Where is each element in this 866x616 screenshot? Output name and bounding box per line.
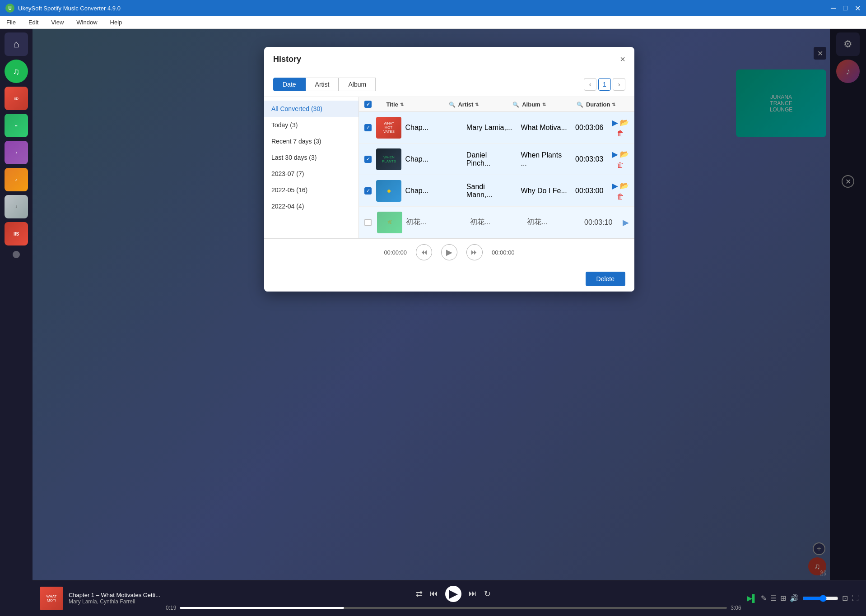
row2-duration-text: 00:03:03 <box>575 155 603 163</box>
title-sort-icon[interactable]: ⇅ <box>400 102 404 107</box>
row1-action-row1: ▶ 📂 <box>612 118 629 128</box>
sidebar-album6[interactable]: IIS <box>5 222 28 245</box>
minimize-button[interactable]: ─ <box>831 4 836 13</box>
row3-duration: 00:03:00 <box>575 187 612 195</box>
page-next-button[interactable]: › <box>613 78 625 91</box>
row1-delete-button[interactable]: 🗑 <box>617 130 624 138</box>
fullscreen-button[interactable]: ⛶ <box>852 594 859 602</box>
row2-artist: Daniel Pinch... <box>466 151 513 167</box>
tab-album[interactable]: Album <box>339 78 376 91</box>
dialog-close-button[interactable]: × <box>620 54 625 65</box>
row1-artist: Mary Lamia,... <box>466 124 513 132</box>
history-item-30days[interactable]: Last 30 days (3) <box>264 149 359 166</box>
playback-prev-button[interactable]: ⏮ <box>416 244 432 260</box>
row2-title-text: Chap... <box>405 155 428 163</box>
row2-delete-button[interactable]: 🗑 <box>617 161 624 169</box>
main-layout: ⌂ ♫ IID ▪▪ ♪ ♬ ♩ IIS ⚙ ♪ <box>0 29 866 616</box>
row1-album-text: What Motiva... <box>521 124 567 132</box>
row3-artist-text: Sandi Mann,... <box>466 183 513 199</box>
artist-col-label: Artist <box>458 101 473 108</box>
tab-date[interactable]: Date <box>273 78 306 91</box>
album-search-icon[interactable]: 🔍 <box>577 102 583 108</box>
row2-thumbnail: WHENPLANTS <box>376 148 401 170</box>
now-playing-icon[interactable]: ▶▌ <box>747 594 757 602</box>
menu-view[interactable]: View <box>48 18 66 27</box>
history-item-2022-05[interactable]: 2022-05 (16) <box>264 182 359 198</box>
title-search-icon[interactable]: 🔍 <box>449 102 456 108</box>
select-all-checkbox[interactable] <box>364 101 372 108</box>
row1-title: Chap... <box>405 124 458 132</box>
shuffle-button[interactable]: ⇄ <box>416 589 423 599</box>
sidebar-album4[interactable]: ♬ <box>5 168 28 191</box>
menu-file[interactable]: File <box>4 18 19 27</box>
history-item-7days[interactable]: Recent 7 days (3) <box>264 133 359 149</box>
row2-folder-button[interactable]: 📂 <box>620 149 629 159</box>
miniplayer-button[interactable]: ⊡ <box>842 594 848 602</box>
menu-edit[interactable]: Edit <box>26 18 41 27</box>
total-time: 3:06 <box>731 605 741 611</box>
sidebar-album1[interactable]: IID <box>5 87 28 110</box>
row4-duration: 00:03:10 <box>584 218 623 227</box>
volume-slider[interactable] <box>802 595 838 602</box>
tab-artist[interactable]: Artist <box>306 78 339 91</box>
row3-title-text: Chap... <box>405 187 428 195</box>
row4-play-button[interactable]: ▶ <box>623 218 629 227</box>
playback-next-button[interactable]: ⏭ <box>466 244 483 260</box>
maximize-button[interactable]: □ <box>843 4 847 13</box>
repeat-button[interactable]: ↻ <box>484 589 491 599</box>
row2-play-button[interactable]: ▶ <box>612 149 618 159</box>
row3-play-button[interactable]: ▶ <box>612 181 618 191</box>
row1-checkbox[interactable] <box>364 124 372 131</box>
app-title: UkeySoft Spotify Music Converter 4.9.0 <box>18 5 121 12</box>
progress-track[interactable] <box>180 607 727 609</box>
page-current[interactable]: 1 <box>598 78 611 91</box>
artist-search-icon[interactable]: 🔍 <box>512 102 519 108</box>
menu-window[interactable]: Window <box>74 18 100 27</box>
row1-album: What Motiva... <box>521 124 567 132</box>
artist-sort-icon[interactable]: ⇅ <box>475 102 479 107</box>
sidebar-home-button[interactable]: ⌂ <box>5 32 28 56</box>
prev-track-button[interactable]: ⏮ <box>430 589 438 598</box>
history-item-2023-07[interactable]: 2023-07 (7) <box>264 166 359 182</box>
row1-play-button[interactable]: ▶ <box>612 118 618 128</box>
history-item-today[interactable]: Today (3) <box>264 117 359 133</box>
album-search-col: 🔍 <box>577 101 586 108</box>
next-track-button[interactable]: ⏭ <box>469 589 477 598</box>
album-sort-icon[interactable]: ⇅ <box>542 102 546 107</box>
left-sidebar: ⌂ ♫ IID ▪▪ ♪ ♬ ♩ IIS <box>0 29 33 616</box>
row4-checkbox[interactable] <box>364 219 372 226</box>
bottom-player-bar: WHATMOTI Chapter 1 – What Motivates Gett… <box>33 580 866 616</box>
sidebar-album2[interactable]: ▪▪ <box>5 114 28 137</box>
sidebar-album3[interactable]: ♪ <box>5 141 28 164</box>
sidebar-album5[interactable]: ♩ <box>5 195 28 218</box>
row1-duration: 00:03:06 <box>575 124 612 132</box>
menu-bar: File Edit View Window Help <box>0 16 866 29</box>
row4-action-row1: ▶ <box>623 218 629 227</box>
row4-duration-text: 00:03:10 <box>584 218 612 227</box>
row2-duration: 00:03:03 <box>575 155 612 163</box>
row3-delete-button[interactable]: 🗑 <box>617 193 624 201</box>
page-prev-button[interactable]: ‹ <box>584 78 596 91</box>
row3-checkbox[interactable] <box>364 187 372 195</box>
history-list: All Converted (30) Today (3) Recent 7 da… <box>264 97 359 238</box>
menu-help[interactable]: Help <box>107 18 125 27</box>
delete-button[interactable]: Delete <box>586 272 625 286</box>
devices-button[interactable]: ⊞ <box>780 594 786 602</box>
duration-col-header: Duration ⇅ <box>586 101 629 108</box>
playback-play-button[interactable]: ▶ <box>441 244 457 260</box>
table-header: Title ⇅ 🔍 Artist ⇅ 🔍 <box>359 97 634 112</box>
history-item-2022-04[interactable]: 2022-04 (4) <box>264 198 359 214</box>
row1-folder-button[interactable]: 📂 <box>620 118 629 128</box>
sidebar-spotify-icon[interactable]: ♫ <box>5 60 28 83</box>
history-item-all[interactable]: All Converted (30) <box>264 101 359 117</box>
row2-checkbox[interactable] <box>364 156 372 163</box>
play-pause-button[interactable]: ▶ <box>445 586 461 602</box>
close-button[interactable]: ✕ <box>855 4 861 13</box>
queue-button[interactable]: ☰ <box>770 594 777 602</box>
row3-folder-button[interactable]: 📂 <box>620 181 629 191</box>
row1-check <box>364 124 376 131</box>
player-artist: Mary Lamia, Cynthia Farrell <box>69 598 160 605</box>
lyrics-button[interactable]: ✎ <box>761 594 767 602</box>
volume-button[interactable]: 🔊 <box>790 594 799 602</box>
duration-sort-icon[interactable]: ⇅ <box>612 102 615 107</box>
